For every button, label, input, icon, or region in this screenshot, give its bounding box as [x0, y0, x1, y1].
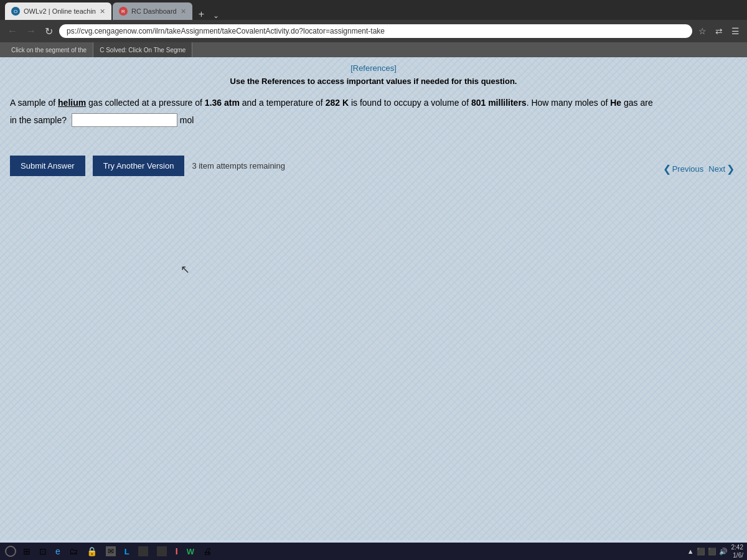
taskbar-search-icon[interactable]: ⊡ [36, 545, 50, 558]
tab-label-owlv2: OWLv2 | Online teachin [24, 7, 96, 15]
tab-close-rc[interactable]: ✕ [181, 7, 186, 16]
taskbar-grid-icon[interactable]: ⊞ [20, 545, 34, 558]
tab-favicon-owlv2: O [11, 7, 20, 16]
next-button[interactable]: Next ❯ [708, 163, 735, 175]
bottom-nav: ❮ Previous Next ❯ [663, 163, 735, 175]
tab-rc[interactable]: R RC Dashboard ✕ [113, 2, 192, 20]
browser-chrome: O OWLv2 | Online teachin ✕ R RC Dashboar… [0, 0, 747, 57]
previous-arrow-icon: ❮ [663, 163, 671, 175]
references-row: [References] [0, 63, 747, 73]
sub-tab-solved-label: C Solved: Click On The Segme [100, 47, 186, 54]
taskbar-indicator-icon[interactable]: I [172, 545, 181, 558]
taskbar-time-value: 2:42 [731, 543, 743, 551]
cursor-arrow: ↖ [181, 263, 190, 276]
start-button[interactable] [4, 544, 17, 558]
references-link[interactable]: [References] [350, 63, 397, 73]
submit-answer-button[interactable]: Submit Answer [10, 156, 85, 176]
taskbar-l-icon[interactable]: L [121, 546, 133, 558]
previous-button[interactable]: ❮ Previous [663, 163, 704, 175]
question-text: A sample of helium gas collected at a pr… [10, 96, 737, 128]
sub-tab-solved[interactable]: C Solved: Click On The Segme [93, 42, 192, 57]
answer-input[interactable] [72, 113, 177, 127]
taskbar-mail-icon[interactable]: ✉ [103, 545, 119, 558]
tab-label-rc: RC Dashboard [131, 7, 177, 15]
taskbar-explorer-icon[interactable]: 🗂 [66, 545, 81, 558]
tab-dropdown-button[interactable]: ⌄ [210, 11, 222, 20]
taskbar-edge-icon[interactable]: e [52, 545, 63, 558]
address-bar-row: ← → ↻ ☆ ⇄ ☰ [0, 20, 747, 42]
tab-favicon-rc: R [119, 7, 128, 16]
taskbar-network-icon: ▲ [687, 548, 694, 555]
sub-tab-click-segment[interactable]: Click on the segment of the [5, 42, 93, 57]
question-area: A sample of helium gas collected at a pr… [0, 96, 747, 146]
new-tab-button[interactable]: + [194, 9, 209, 20]
taskbar-word-icon[interactable]: W [184, 546, 197, 558]
volume-value: 801 milliliters [471, 98, 527, 108]
tab-close-owlv2[interactable]: ✕ [100, 7, 105, 16]
taskbar-lock-icon[interactable]: 🔒 [83, 545, 100, 558]
use-references-text: Use the References to access important v… [0, 77, 747, 86]
helium-emphasis: helium [58, 98, 86, 108]
page-content: [References] Use the References to acces… [0, 57, 747, 540]
he-label: He [610, 98, 621, 108]
attempts-text: 3 item attempts remaining [192, 161, 285, 170]
extensions-button[interactable]: ⇄ [713, 25, 725, 37]
menu-button[interactable]: ☰ [729, 25, 742, 37]
taskbar-sys-icons: ▲ ⬛ ⬛ 🔊 [687, 548, 728, 556]
pressure-value: 1.36 atm [205, 98, 240, 108]
taskbar-black2-icon[interactable] [154, 545, 170, 558]
taskbar-clock: 2:42 1/6/ [731, 543, 743, 559]
taskbar-volume-icon: 🔊 [719, 548, 728, 556]
try-another-version-button[interactable]: Try Another Version [93, 156, 185, 176]
sub-tab-click-label: Click on the segment of the [11, 47, 87, 54]
refresh-button[interactable]: ↻ [42, 24, 55, 39]
taskbar-black1-icon[interactable] [135, 545, 151, 558]
sub-tabs-row: Click on the segment of the C Solved: Cl… [0, 42, 747, 57]
tab-bar: O OWLv2 | Online teachin ✕ R RC Dashboar… [0, 0, 747, 20]
taskbar-display-icon: ⬛ [708, 548, 716, 556]
buttons-row: Submit Answer Try Another Version 3 item… [0, 146, 747, 186]
address-input[interactable] [59, 24, 692, 38]
previous-label: Previous [672, 164, 704, 174]
taskbar-date-value: 1/6/ [731, 551, 743, 559]
unit-label: mol [180, 113, 194, 128]
next-arrow-icon: ❯ [726, 163, 735, 175]
next-label: Next [708, 164, 725, 174]
taskbar: ⊞ ⊡ e 🗂 🔒 ✉ L I W 🖨 ▲ ⬛ ⬛ 🔊 2:42 1/6/ [0, 543, 747, 560]
tab-owlv2[interactable]: O OWLv2 | Online teachin ✕ [5, 2, 111, 20]
taskbar-battery-icon: ⬛ [697, 548, 705, 556]
temp-value: 282 K [326, 98, 349, 108]
bookmark-button[interactable]: ☆ [696, 25, 709, 37]
forward-button[interactable]: → [24, 24, 39, 38]
start-icon [5, 546, 16, 557]
taskbar-print-icon[interactable]: 🖨 [200, 545, 215, 558]
back-button[interactable]: ← [5, 24, 20, 38]
